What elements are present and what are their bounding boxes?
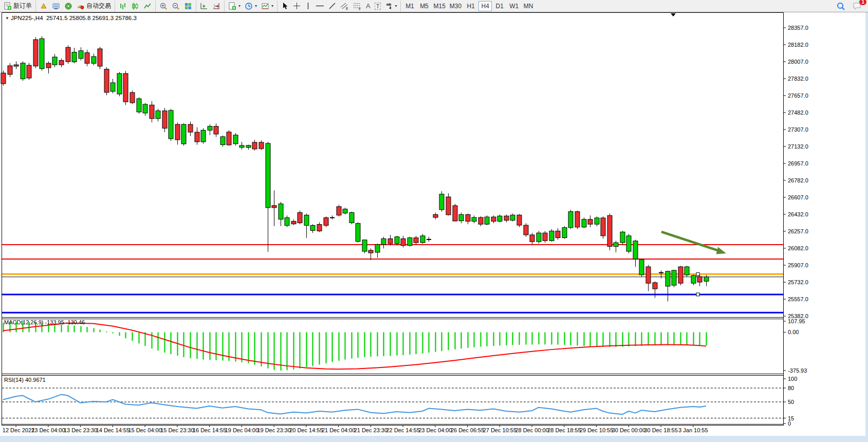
chart-shift-button[interactable] [211,1,222,11]
price-tick-label: 25557.0 [788,296,808,302]
timeframe-button-m15[interactable]: M15 [432,1,447,11]
text-icon: A [366,2,371,10]
time-axis-label: 15 Dec 23:30 [160,427,194,433]
candle-body [8,66,12,75]
candle-body [220,137,225,145]
price-tick-label: 27132.0 [788,143,808,150]
horizontal-line-button[interactable] [314,1,326,11]
template-icon [261,2,269,10]
candle-body [562,228,567,238]
time-axis-label: 13 Dec 23:30 [64,427,97,433]
arrows-button[interactable]: ▾ [383,1,398,11]
timeframe-button-m30[interactable]: M30 [448,1,463,11]
bar-chart-button[interactable] [117,1,128,11]
candle-body [381,239,386,245]
candle-body [188,124,193,132]
equidistant-channel-button[interactable]: E [339,1,350,11]
timeframe-button-d1[interactable]: D1 [493,1,506,11]
price-tick-label: 25732.0 [788,279,808,285]
time-axis-label: 19 Dec 04:00 [225,427,258,433]
cursor-button[interactable] [280,1,290,11]
toolbar-right: 1 [834,1,868,11]
candle-body [14,65,19,66]
candle-body [691,275,696,283]
fibonacci-button[interactable]: F [352,1,363,11]
timeframe-button-m5[interactable]: M5 [417,1,431,11]
candle-body [375,245,380,252]
new-chart-button[interactable]: ▾ [227,1,242,11]
candle-body [408,238,412,246]
time-axis-label: 26 Dec 06:55 [451,427,484,433]
search-button[interactable] [835,1,847,11]
time-axis-label: 15 Dec 04:00 [128,427,161,433]
candlestick-chart[interactable]: 28357.028182.028007.027832.027657.027482… [0,0,868,442]
candle-body [233,135,238,144]
price-tick-label: 28357.0 [788,25,808,31]
candle-body [704,277,709,281]
candle-body [1,73,6,84]
timeframe-button-h4[interactable]: H4 [478,1,492,11]
timeframe-button-m1[interactable]: M1 [403,1,416,11]
candle-body [639,260,644,275]
auto-scroll-button[interactable] [198,1,210,11]
candle-body [79,51,83,59]
candle-body [653,283,657,289]
candle-body [433,214,438,217]
chart-symbol-period: JPN225-,H4 [11,15,43,21]
line-chart-button[interactable] [142,1,153,11]
text-label-button[interactable]: T [373,1,383,11]
candle-body [324,218,328,226]
toolbar-group-timeframes: M1M5M15M30H1H4D1W1MN [401,1,537,12]
dropdown-caret: ▾ [238,4,241,8]
bar-chart-icon [119,2,127,10]
new-order-icon [4,2,12,10]
candle-body [98,49,102,66]
candle-body [362,240,367,251]
crosshair-button[interactable] [291,1,302,11]
candle-body [343,209,347,213]
template-button[interactable]: ▾ [260,1,275,11]
candle-body [33,40,38,66]
zoom-in-button[interactable] [158,1,169,11]
navigator-button[interactable] [63,1,74,11]
zoom-out-icon [172,2,180,10]
trendline-button[interactable] [327,1,338,11]
search-icon [836,2,845,11]
candle-body [491,217,496,221]
chart-dropdown-icon[interactable]: ▼ [5,16,9,21]
tile-windows-button[interactable] [182,1,194,11]
period-clock-button[interactable]: ▾ [243,1,258,11]
time-axis-label: 20 Dec 14:55 [289,427,323,433]
candle-body [420,236,425,243]
time-axis-label: 12 Dec 2022 [3,427,34,433]
text-button[interactable]: A [364,1,372,11]
candle-body [337,207,341,215]
candle-body [588,219,593,224]
candle-body [59,61,64,65]
candle-body [549,231,554,241]
data-window-button[interactable] [50,1,62,11]
candle-body [252,142,257,149]
vertical-line-icon [305,2,311,10]
candlestick-chart-button[interactable] [130,1,141,11]
market-watch-icon [40,2,48,10]
navigator-icon [64,2,72,10]
market-watch-button[interactable] [38,1,49,11]
timeframe-button-w1[interactable]: W1 [507,1,521,11]
zoom-in-icon [159,2,168,10]
time-axis-label: 13 Dec 04:00 [31,427,65,433]
candle-body [72,52,77,62]
notifications-button[interactable]: 1 [851,1,863,11]
autotrade-button[interactable]: 自动交易 [75,1,113,11]
timeframe-button-h1[interactable]: H1 [464,1,477,11]
timeframe-button-mn[interactable]: MN [522,1,535,11]
rsi-tick-label: 50 [788,399,794,405]
candle-body [356,224,360,242]
candle-body [368,250,373,253]
toolbar-group-objects: E F A T ▾ [278,1,401,12]
price-tick-label: 28007.0 [788,59,808,65]
zoom-out-button[interactable] [170,1,181,11]
price-tick-label: 25907.0 [788,262,808,268]
new-order-button[interactable]: 新订单 [2,1,33,11]
vertical-line-button[interactable] [303,1,313,11]
